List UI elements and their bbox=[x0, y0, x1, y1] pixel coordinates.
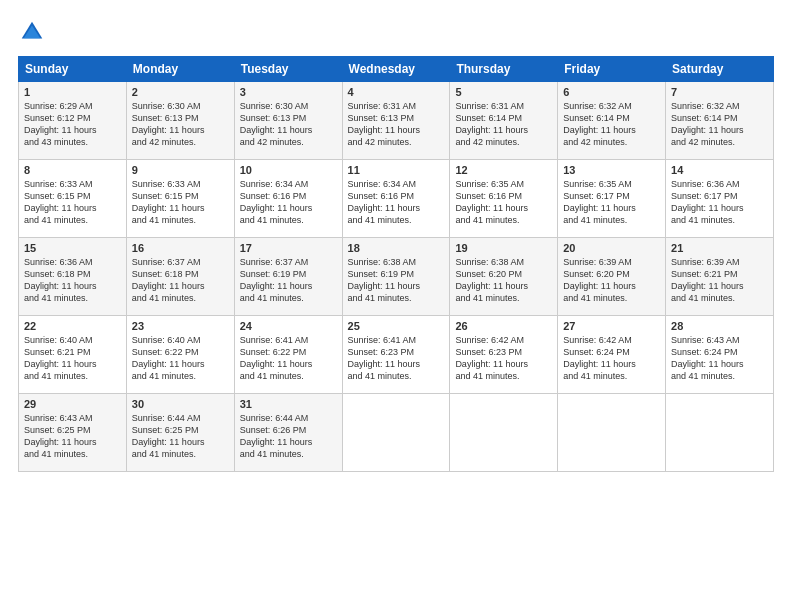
day-number: 30 bbox=[132, 398, 229, 410]
day-number: 5 bbox=[455, 86, 552, 98]
day-info: Sunrise: 6:37 AM Sunset: 6:18 PM Dayligh… bbox=[132, 256, 229, 305]
calendar-cell: 8Sunrise: 6:33 AM Sunset: 6:15 PM Daylig… bbox=[19, 160, 127, 238]
calendar-cell: 3Sunrise: 6:30 AM Sunset: 6:13 PM Daylig… bbox=[234, 82, 342, 160]
calendar-week-2: 8Sunrise: 6:33 AM Sunset: 6:15 PM Daylig… bbox=[19, 160, 774, 238]
calendar-cell: 7Sunrise: 6:32 AM Sunset: 6:14 PM Daylig… bbox=[666, 82, 774, 160]
calendar-cell: 15Sunrise: 6:36 AM Sunset: 6:18 PM Dayli… bbox=[19, 238, 127, 316]
calendar-week-5: 29Sunrise: 6:43 AM Sunset: 6:25 PM Dayli… bbox=[19, 394, 774, 472]
logo bbox=[18, 18, 50, 46]
calendar-body: 1Sunrise: 6:29 AM Sunset: 6:12 PM Daylig… bbox=[19, 82, 774, 472]
day-header-saturday: Saturday bbox=[666, 57, 774, 82]
day-info: Sunrise: 6:32 AM Sunset: 6:14 PM Dayligh… bbox=[671, 100, 768, 149]
day-number: 26 bbox=[455, 320, 552, 332]
day-info: Sunrise: 6:43 AM Sunset: 6:25 PM Dayligh… bbox=[24, 412, 121, 461]
day-info: Sunrise: 6:44 AM Sunset: 6:25 PM Dayligh… bbox=[132, 412, 229, 461]
calendar-cell: 19Sunrise: 6:38 AM Sunset: 6:20 PM Dayli… bbox=[450, 238, 558, 316]
day-number: 2 bbox=[132, 86, 229, 98]
day-number: 16 bbox=[132, 242, 229, 254]
calendar-cell: 12Sunrise: 6:35 AM Sunset: 6:16 PM Dayli… bbox=[450, 160, 558, 238]
day-info: Sunrise: 6:44 AM Sunset: 6:26 PM Dayligh… bbox=[240, 412, 337, 461]
calendar-cell: 21Sunrise: 6:39 AM Sunset: 6:21 PM Dayli… bbox=[666, 238, 774, 316]
day-number: 13 bbox=[563, 164, 660, 176]
calendar-cell: 6Sunrise: 6:32 AM Sunset: 6:14 PM Daylig… bbox=[558, 82, 666, 160]
day-info: Sunrise: 6:39 AM Sunset: 6:20 PM Dayligh… bbox=[563, 256, 660, 305]
day-header-wednesday: Wednesday bbox=[342, 57, 450, 82]
calendar-cell: 5Sunrise: 6:31 AM Sunset: 6:14 PM Daylig… bbox=[450, 82, 558, 160]
calendar-cell: 4Sunrise: 6:31 AM Sunset: 6:13 PM Daylig… bbox=[342, 82, 450, 160]
page-header bbox=[18, 18, 774, 46]
calendar-week-3: 15Sunrise: 6:36 AM Sunset: 6:18 PM Dayli… bbox=[19, 238, 774, 316]
calendar-cell: 26Sunrise: 6:42 AM Sunset: 6:23 PM Dayli… bbox=[450, 316, 558, 394]
day-number: 6 bbox=[563, 86, 660, 98]
calendar-cell bbox=[558, 394, 666, 472]
day-header-tuesday: Tuesday bbox=[234, 57, 342, 82]
day-number: 15 bbox=[24, 242, 121, 254]
day-info: Sunrise: 6:42 AM Sunset: 6:23 PM Dayligh… bbox=[455, 334, 552, 383]
day-number: 21 bbox=[671, 242, 768, 254]
day-header-sunday: Sunday bbox=[19, 57, 127, 82]
day-number: 27 bbox=[563, 320, 660, 332]
day-number: 29 bbox=[24, 398, 121, 410]
calendar-cell: 1Sunrise: 6:29 AM Sunset: 6:12 PM Daylig… bbox=[19, 82, 127, 160]
calendar-cell: 31Sunrise: 6:44 AM Sunset: 6:26 PM Dayli… bbox=[234, 394, 342, 472]
calendar-cell: 22Sunrise: 6:40 AM Sunset: 6:21 PM Dayli… bbox=[19, 316, 127, 394]
day-info: Sunrise: 6:40 AM Sunset: 6:21 PM Dayligh… bbox=[24, 334, 121, 383]
day-number: 9 bbox=[132, 164, 229, 176]
day-number: 18 bbox=[348, 242, 445, 254]
calendar-cell: 13Sunrise: 6:35 AM Sunset: 6:17 PM Dayli… bbox=[558, 160, 666, 238]
calendar-cell: 28Sunrise: 6:43 AM Sunset: 6:24 PM Dayli… bbox=[666, 316, 774, 394]
day-header-friday: Friday bbox=[558, 57, 666, 82]
day-number: 24 bbox=[240, 320, 337, 332]
day-number: 17 bbox=[240, 242, 337, 254]
calendar-cell: 16Sunrise: 6:37 AM Sunset: 6:18 PM Dayli… bbox=[126, 238, 234, 316]
day-info: Sunrise: 6:31 AM Sunset: 6:13 PM Dayligh… bbox=[348, 100, 445, 149]
day-info: Sunrise: 6:36 AM Sunset: 6:18 PM Dayligh… bbox=[24, 256, 121, 305]
day-number: 8 bbox=[24, 164, 121, 176]
day-number: 10 bbox=[240, 164, 337, 176]
day-info: Sunrise: 6:34 AM Sunset: 6:16 PM Dayligh… bbox=[240, 178, 337, 227]
day-number: 23 bbox=[132, 320, 229, 332]
calendar-cell: 2Sunrise: 6:30 AM Sunset: 6:13 PM Daylig… bbox=[126, 82, 234, 160]
day-info: Sunrise: 6:34 AM Sunset: 6:16 PM Dayligh… bbox=[348, 178, 445, 227]
day-info: Sunrise: 6:39 AM Sunset: 6:21 PM Dayligh… bbox=[671, 256, 768, 305]
day-number: 22 bbox=[24, 320, 121, 332]
day-number: 4 bbox=[348, 86, 445, 98]
calendar-table: SundayMondayTuesdayWednesdayThursdayFrid… bbox=[18, 56, 774, 472]
calendar-cell: 27Sunrise: 6:42 AM Sunset: 6:24 PM Dayli… bbox=[558, 316, 666, 394]
day-number: 1 bbox=[24, 86, 121, 98]
day-info: Sunrise: 6:29 AM Sunset: 6:12 PM Dayligh… bbox=[24, 100, 121, 149]
calendar-cell bbox=[450, 394, 558, 472]
calendar-cell: 23Sunrise: 6:40 AM Sunset: 6:22 PM Dayli… bbox=[126, 316, 234, 394]
calendar-cell bbox=[342, 394, 450, 472]
day-info: Sunrise: 6:41 AM Sunset: 6:22 PM Dayligh… bbox=[240, 334, 337, 383]
calendar-cell: 30Sunrise: 6:44 AM Sunset: 6:25 PM Dayli… bbox=[126, 394, 234, 472]
calendar-cell: 9Sunrise: 6:33 AM Sunset: 6:15 PM Daylig… bbox=[126, 160, 234, 238]
calendar-page: SundayMondayTuesdayWednesdayThursdayFrid… bbox=[0, 0, 792, 612]
calendar-cell: 10Sunrise: 6:34 AM Sunset: 6:16 PM Dayli… bbox=[234, 160, 342, 238]
day-header-monday: Monday bbox=[126, 57, 234, 82]
calendar-cell: 11Sunrise: 6:34 AM Sunset: 6:16 PM Dayli… bbox=[342, 160, 450, 238]
day-info: Sunrise: 6:35 AM Sunset: 6:17 PM Dayligh… bbox=[563, 178, 660, 227]
day-info: Sunrise: 6:35 AM Sunset: 6:16 PM Dayligh… bbox=[455, 178, 552, 227]
calendar-cell: 29Sunrise: 6:43 AM Sunset: 6:25 PM Dayli… bbox=[19, 394, 127, 472]
day-number: 12 bbox=[455, 164, 552, 176]
day-number: 7 bbox=[671, 86, 768, 98]
day-number: 11 bbox=[348, 164, 445, 176]
day-number: 19 bbox=[455, 242, 552, 254]
calendar-week-4: 22Sunrise: 6:40 AM Sunset: 6:21 PM Dayli… bbox=[19, 316, 774, 394]
day-number: 31 bbox=[240, 398, 337, 410]
day-info: Sunrise: 6:36 AM Sunset: 6:17 PM Dayligh… bbox=[671, 178, 768, 227]
calendar-cell: 24Sunrise: 6:41 AM Sunset: 6:22 PM Dayli… bbox=[234, 316, 342, 394]
day-info: Sunrise: 6:42 AM Sunset: 6:24 PM Dayligh… bbox=[563, 334, 660, 383]
day-info: Sunrise: 6:38 AM Sunset: 6:20 PM Dayligh… bbox=[455, 256, 552, 305]
day-info: Sunrise: 6:38 AM Sunset: 6:19 PM Dayligh… bbox=[348, 256, 445, 305]
calendar-cell: 25Sunrise: 6:41 AM Sunset: 6:23 PM Dayli… bbox=[342, 316, 450, 394]
calendar-cell: 17Sunrise: 6:37 AM Sunset: 6:19 PM Dayli… bbox=[234, 238, 342, 316]
calendar-cell: 20Sunrise: 6:39 AM Sunset: 6:20 PM Dayli… bbox=[558, 238, 666, 316]
day-info: Sunrise: 6:31 AM Sunset: 6:14 PM Dayligh… bbox=[455, 100, 552, 149]
day-number: 3 bbox=[240, 86, 337, 98]
day-number: 28 bbox=[671, 320, 768, 332]
day-number: 20 bbox=[563, 242, 660, 254]
day-info: Sunrise: 6:40 AM Sunset: 6:22 PM Dayligh… bbox=[132, 334, 229, 383]
day-number: 14 bbox=[671, 164, 768, 176]
